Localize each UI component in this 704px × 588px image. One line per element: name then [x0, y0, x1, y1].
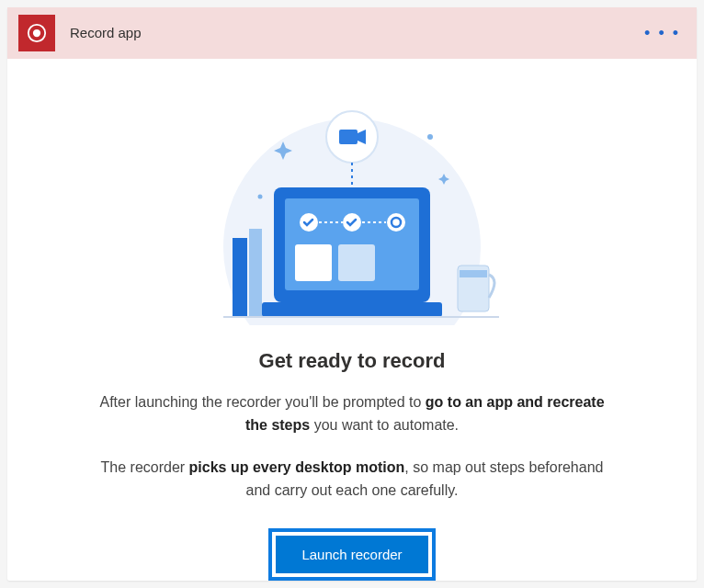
svg-rect-22	[295, 244, 332, 281]
svg-rect-15	[262, 302, 442, 317]
svg-rect-23	[338, 244, 375, 281]
svg-rect-25	[460, 270, 487, 277]
para2-before: The recorder	[101, 459, 189, 475]
description-paragraph-2: The recorder picks up every desktop moti…	[95, 457, 609, 503]
header-title: Record app	[70, 25, 142, 40]
illustration	[196, 86, 508, 325]
svg-point-20	[387, 213, 405, 232]
svg-point-6	[258, 194, 263, 198]
card-header: Record app • • •	[7, 7, 697, 59]
record-circle-icon	[27, 23, 47, 43]
ready-heading: Get ready to record	[259, 349, 446, 373]
launch-recorder-button[interactable]: Launch recorder	[276, 536, 427, 573]
svg-rect-8	[339, 130, 358, 144]
description-paragraph-1: After launching the recorder you'll be p…	[95, 391, 609, 437]
svg-point-1	[33, 29, 40, 37]
more-options-icon[interactable]: • • •	[644, 23, 680, 42]
para2-bold: picks up every desktop motion	[189, 459, 405, 475]
svg-point-4	[427, 134, 433, 140]
svg-rect-11	[233, 238, 247, 316]
para1-before: After launching the recorder you'll be p…	[99, 394, 425, 410]
record-app-card: Record app • • •	[7, 7, 697, 581]
record-icon	[18, 15, 55, 51]
launch-button-highlight: Launch recorder	[268, 528, 435, 581]
card-content: Get ready to record After launching the …	[7, 59, 697, 581]
svg-rect-12	[249, 229, 262, 316]
para1-after: you want to automate.	[310, 417, 459, 433]
